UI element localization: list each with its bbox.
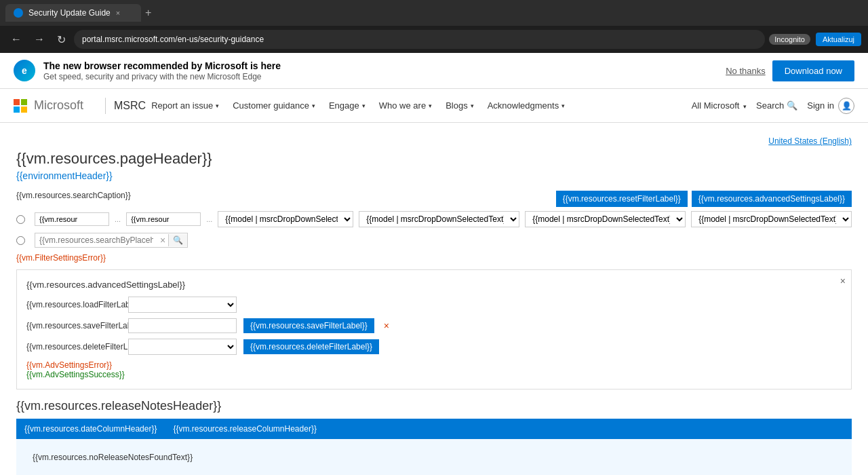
search-link[interactable]: Search 🔍	[756, 100, 797, 111]
filter-radio-2[interactable]	[16, 236, 25, 245]
filter-input-1[interactable]	[35, 212, 109, 226]
search-submit-btn[interactable]: 🔍	[168, 234, 187, 246]
filter-select-1[interactable]: {{model | msrcDropDownSelectedText}}	[218, 211, 353, 227]
incognito-badge: Incognito	[769, 34, 810, 45]
ms-logo-text: Microsoft	[34, 98, 83, 113]
release-notes-section: {{vm.resources.releaseNotesHeader}} {{vm…	[16, 399, 852, 475]
release-col-header: {{vm.resources.releaseColumnHeader}}	[165, 419, 852, 439]
address-bar[interactable]	[74, 30, 765, 49]
filter-row-1: ... ... {{model | msrcDropDownSelectedTe…	[16, 211, 852, 227]
tab-favicon	[14, 8, 23, 18]
nav-customer-guidance[interactable]: Customer guidance ▾	[227, 100, 321, 111]
chevron-down-icon: ▾	[216, 102, 219, 109]
chevron-down-icon: ▾	[471, 102, 474, 109]
filter-top-buttons: {{vm.resources.resetFilterLabel}} {{vm.r…	[556, 191, 852, 207]
save-filter-label: {{vm.resources.saveFilterLabel}}	[26, 321, 121, 330]
advanced-settings-btn[interactable]: {{vm.resources.advancedSettingsLabel}}	[692, 191, 852, 207]
tab-title: Security Update Guide	[28, 8, 111, 18]
nav-links: Report an issue ▾ Customer guidance ▾ En…	[146, 100, 692, 111]
chevron-down-icon: ▾	[312, 102, 315, 109]
no-thanks-btn[interactable]: No thanks	[726, 66, 766, 76]
edge-banner-text: The new browser recommended by Microsoft…	[43, 60, 281, 81]
release-notes-no-data-row: {{vm.resources.noReleaseNotesFoundText}}	[16, 439, 852, 475]
tab-close-btn[interactable]: ×	[116, 9, 120, 17]
search-icon: 🔍	[787, 100, 797, 111]
edge-banner-left: e The new browser recommended by Microso…	[14, 60, 281, 81]
user-icon: 👤	[838, 98, 854, 114]
no-release-notes-label: {{vm.resources.noReleaseNotesFoundText}}	[24, 446, 201, 469]
delete-filter-select[interactable]	[128, 339, 237, 355]
load-filter-label: {{vm.resources.loadFilterLabel}}	[26, 300, 121, 309]
all-microsoft-link[interactable]: All Microsoft ▾	[692, 100, 747, 111]
delete-filter-row: {{vm.resources.deleteFilterLabel}} {{vm.…	[26, 339, 842, 355]
ms-logo-grid	[14, 99, 27, 113]
browser-toolbar: ← → ↻ Incognito Aktualizuj	[0, 26, 868, 53]
filter-select-2[interactable]: {{model | msrcDropDownSelectedText}}	[359, 211, 519, 227]
search-input[interactable]	[35, 233, 157, 247]
back-btn[interactable]: ←	[7, 31, 26, 48]
filter-caption: {{vm.resources.searchCaption}}	[16, 191, 131, 200]
refresh-btn[interactable]: ↻	[53, 31, 70, 49]
filter-select-4[interactable]: {{model | msrcDropDownSelectedText}}	[691, 211, 852, 227]
nav-engage[interactable]: Engage ▾	[323, 100, 371, 111]
search-clear-btn[interactable]: ×	[157, 233, 168, 247]
ms-logo-red	[14, 99, 20, 105]
new-tab-btn[interactable]: +	[145, 7, 151, 19]
browser-update-btn[interactable]: Aktualizuj	[816, 33, 861, 46]
nav-acknowledgments[interactable]: Acknowledgments ▾	[482, 100, 571, 111]
adv-save-clear-icon[interactable]: ×	[384, 320, 389, 331]
active-tab[interactable]: Security Update Guide ×	[5, 4, 141, 22]
nav-right: All Microsoft ▾ Search 🔍 Sign in 👤	[692, 98, 854, 114]
reset-filter-btn[interactable]: {{vm.resources.resetFilterLabel}}	[556, 191, 688, 207]
ms-logo-yellow	[21, 107, 27, 113]
nav-blogs[interactable]: Blogs ▾	[440, 100, 479, 111]
nav-report-issue[interactable]: Report an issue ▾	[146, 100, 224, 111]
browser-right-controls: Incognito Aktualizuj	[769, 33, 861, 46]
delete-filter-label: {{vm.resources.deleteFilterLabel}}	[26, 342, 121, 352]
release-notes-table-header: {{vm.resources.dateColumnHeader}} {{vm.r…	[16, 419, 852, 439]
filter-row-2: × 🔍	[16, 233, 852, 248]
browser-tab-bar: Security Update Guide × +	[0, 0, 868, 26]
filter-section: {{vm.resources.searchCaption}} {{vm.reso…	[16, 191, 852, 263]
delete-filter-btn[interactable]: {{vm.resources.deleteFilterLabel}}	[243, 339, 379, 354]
save-filter-btn[interactable]: {{vm.resources.saveFilterLabel}}	[243, 318, 374, 333]
adv-settings-close-btn[interactable]: ×	[840, 276, 846, 286]
forward-btn[interactable]: →	[30, 31, 49, 48]
main-content: United States (English) {{vm.resources.p…	[0, 123, 868, 475]
adv-settings-success: {{vm.AdvSettingsSuccess}}	[26, 370, 842, 379]
main-navigation: Microsoft MSRC Report an issue ▾ Custome…	[0, 89, 868, 123]
chevron-down-icon: ▾	[743, 103, 747, 110]
ms-logo-blue	[14, 107, 20, 113]
msrc-logo-text: MSRC	[114, 100, 146, 112]
ms-logo-green	[21, 99, 27, 105]
edge-logo: e	[14, 60, 35, 81]
search-container: × 🔍	[35, 233, 188, 248]
sign-in-link[interactable]: Sign in 👤	[807, 98, 854, 114]
incognito-indicator: Incognito	[769, 35, 810, 44]
save-filter-input[interactable]	[128, 318, 237, 333]
nav-who-we-are[interactable]: Who we are ▾	[374, 100, 437, 111]
release-date-col-header: {{vm.resources.dateColumnHeader}}	[16, 419, 165, 439]
filter-row-top: {{vm.resources.searchCaption}} {{vm.reso…	[16, 191, 852, 207]
edge-logo-letter: e	[22, 65, 27, 76]
advanced-settings-panel: {{vm.resources.advancedSettingsLabel}} ×…	[16, 269, 852, 390]
env-header[interactable]: {{environmentHeader}}	[16, 170, 852, 181]
page-title: {{vm.resources.pageHeader}}	[16, 150, 852, 168]
chevron-down-icon: ▾	[362, 102, 366, 109]
download-now-btn[interactable]: Download now	[772, 60, 854, 81]
nav-divider	[105, 98, 106, 114]
chevron-down-icon: ▾	[429, 102, 432, 109]
release-notes-header: {{vm.resources.releaseNotesHeader}}	[16, 399, 852, 413]
filter-radio-1[interactable]	[16, 215, 25, 224]
filter-select-3[interactable]: {{model | msrcDropDownSelectedText}}	[525, 211, 686, 227]
edge-promotion-banner: e The new browser recommended by Microso…	[0, 53, 868, 89]
load-filter-row: {{vm.resources.loadFilterLabel}}	[26, 297, 842, 313]
edge-banner-subtitle: Get speed, security and privacy with the…	[43, 72, 262, 81]
locale-selector[interactable]: United States (English)	[16, 136, 852, 146]
edge-banner-title: The new browser recommended by Microsoft…	[43, 60, 281, 71]
chevron-down-icon: ▾	[561, 102, 565, 109]
adv-settings-title: {{vm.resources.advancedSettingsLabel}}	[26, 280, 842, 290]
filter-input-2[interactable]	[126, 212, 201, 226]
filter-error: {{vm.FilterSettingsError}}	[16, 253, 852, 263]
load-filter-select[interactable]	[128, 297, 237, 313]
